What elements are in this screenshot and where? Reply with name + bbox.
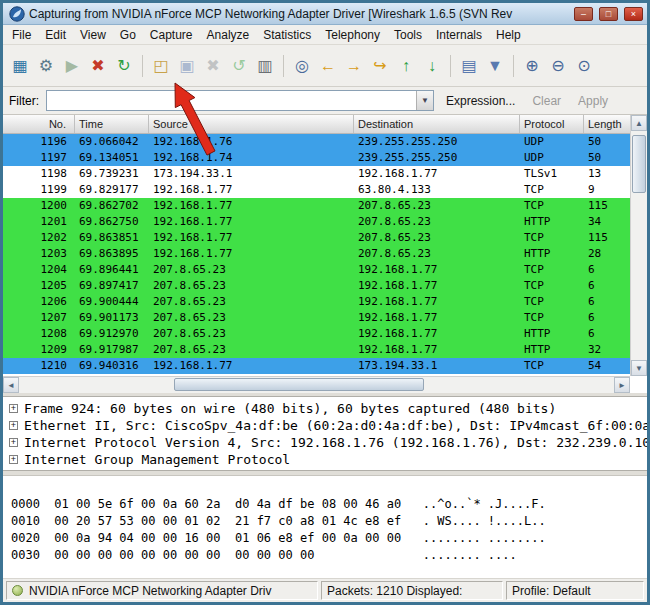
packet-row[interactable]: 120669.900444207.8.65.23192.168.1.77TCP6 [3,294,630,310]
toolbar-separator [142,55,143,77]
detail-line[interactable]: +Internet Protocol Version 4, Src: 192.1… [7,434,647,451]
column-header-protocol[interactable]: Protocol [520,115,584,133]
scroll-up-icon[interactable]: ▲ [631,115,647,131]
packet-row[interactable]: 120369.863895192.168.1.77207.8.65.23HTTP… [3,246,630,262]
maximize-button[interactable]: □ [599,7,618,21]
filter-dropdown-icon[interactable]: ▼ [416,91,433,110]
find-packet-button[interactable]: ◎ [289,53,315,79]
zoom-100-button[interactable]: ⊙ [571,53,597,79]
stop-capture-button[interactable]: ✖ [85,53,111,79]
capture-options-button[interactable]: ⚙ [33,53,59,79]
title-bar[interactable]: Capturing from NVIDIA nForce MCP Network… [3,3,647,25]
detail-line[interactable]: +Frame 924: 60 bytes on wire (480 bits),… [7,400,647,417]
cell-time: 69.134051 [75,150,149,166]
hex-line[interactable]: 0030 00 00 00 00 00 00 00 00 00 00 00 00… [11,547,647,564]
go-to-top-button[interactable]: ↑ [393,53,419,79]
detail-line[interactable]: +Ethernet II, Src: CiscoSpv_4a:df:be (60… [7,417,647,434]
packet-row[interactable]: 119869.739231173.194.33.1192.168.1.77TLS… [3,166,630,182]
column-header-length[interactable]: Length [584,115,630,133]
column-header-time[interactable]: Time [75,115,149,133]
vertical-scroll-thumb[interactable] [632,135,646,193]
menu-tools[interactable]: Tools [387,26,429,44]
clear-button[interactable]: Clear [527,91,566,111]
status-packet-counts: Packets: 1210 Displayed: [321,581,503,600]
expander-icon[interactable]: + [9,421,18,430]
horizontal-scroll-thumb[interactable] [174,378,424,391]
print-button[interactable]: ▥ [252,53,278,79]
cell-source: 173.194.33.1 [149,166,354,182]
status-profile[interactable]: Profile: Default [506,581,644,600]
menu-view[interactable]: View [73,26,113,44]
packet-row[interactable]: 119769.134051192.168.1.74239.255.255.250… [3,150,630,166]
filter-input[interactable] [47,91,416,110]
expression-button[interactable]: Expression... [441,91,520,111]
menu-internals[interactable]: Internals [429,26,489,44]
find-packet-icon: ◎ [295,56,309,75]
status-capture-source[interactable]: NVIDIA nForce MCP Networking Adapter Dri… [6,581,318,600]
packet-row[interactable]: 120269.863851192.168.1.77207.8.65.23TCP1… [3,230,630,246]
hex-line[interactable]: 0020 00 0a 94 04 00 00 16 00 01 06 e8 ef… [11,530,647,547]
expander-icon[interactable]: + [9,404,18,413]
zoom-out-button[interactable]: ⊖ [545,53,571,79]
menu-statistics[interactable]: Statistics [256,26,318,44]
capture-options-icon: ⚙ [39,56,53,75]
packet-row[interactable]: 119969.829177192.168.1.7763.80.4.133TCP9 [3,182,630,198]
hex-line[interactable]: 0010 00 20 57 53 00 00 01 02 21 f7 c0 a8… [11,513,647,530]
go-to-packet-button[interactable]: ↪ [367,53,393,79]
cell-length: 6 [584,294,630,310]
apply-button[interactable]: Apply [573,91,613,111]
menu-analyze[interactable]: Analyze [200,26,257,44]
column-header-destination[interactable]: Destination [354,115,520,133]
packet-row[interactable]: 120469.896441207.8.65.23192.168.1.77TCP6 [3,262,630,278]
cell-destination: 192.168.1.77 [354,342,520,358]
scroll-right-icon[interactable]: ► [614,377,630,393]
hex-line[interactable]: 0000 01 00 5e 6f 00 0a 60 2a d0 4a df be… [11,496,647,513]
packet-row[interactable]: 120769.901173207.8.65.23192.168.1.77TCP6 [3,310,630,326]
packet-row[interactable]: 120569.897417207.8.65.23192.168.1.77TCP6 [3,278,630,294]
status-capture-source-text: NVIDIA nForce MCP Networking Adapter Dri… [29,584,272,598]
packet-row[interactable]: 120169.862750192.168.1.77207.8.65.23HTTP… [3,214,630,230]
close-button[interactable]: × [624,7,643,21]
menu-go[interactable]: Go [113,26,143,44]
packet-row[interactable]: 120069.862702192.168.1.77207.8.65.23TCP1… [3,198,630,214]
cell-protocol: UDP [520,134,584,150]
cell-length: 34 [584,214,630,230]
scroll-down-icon[interactable]: ▼ [631,360,647,376]
zoom-in-button[interactable]: ⊕ [519,53,545,79]
column-header-no[interactable]: No. [3,115,75,133]
go-to-bottom-button[interactable]: ↓ [419,53,445,79]
horizontal-scrollbar[interactable]: ◄ ► [3,376,630,393]
open-file-button[interactable]: ◰ [148,53,174,79]
vertical-scroll-track[interactable] [631,131,647,360]
expander-icon[interactable]: + [9,438,18,447]
cell-length: 13 [584,166,630,182]
go-to-bottom-icon: ↓ [428,57,436,75]
menu-telephony[interactable]: Telephony [318,26,387,44]
packet-row[interactable]: 121069.940316192.168.1.77173.194.33.1TCP… [3,358,630,374]
zoom-100-icon: ⊙ [577,56,590,75]
horizontal-scroll-track[interactable] [19,377,614,393]
vertical-scrollbar[interactable]: ▲ ▼ [630,115,647,376]
packet-row[interactable]: 120869.912970207.8.65.23192.168.1.77HTTP… [3,326,630,342]
colorize-button[interactable]: ▤ [456,53,482,79]
go-forward-button[interactable]: → [341,53,367,79]
packet-rows: 119669.066042192.168.1.76239.255.255.250… [3,134,630,376]
scroll-left-icon[interactable]: ◄ [3,377,19,393]
list-interfaces-button[interactable]: ▦ [7,53,33,79]
detail-line[interactable]: +Internet Group Management Protocol [7,451,647,468]
menu-capture[interactable]: Capture [143,26,200,44]
column-header-source[interactable]: Source [149,115,354,133]
go-back-button[interactable]: ← [315,53,341,79]
auto-scroll-button[interactable]: ▼ [482,53,508,79]
expert-info-icon[interactable] [12,585,23,596]
menu-file[interactable]: File [5,26,38,44]
packet-row[interactable]: 119669.066042192.168.1.76239.255.255.250… [3,134,630,150]
menu-edit[interactable]: Edit [38,26,73,44]
cell-destination: 239.255.255.250 [354,134,520,150]
menu-help[interactable]: Help [489,26,528,44]
minimize-button[interactable]: – [574,7,593,21]
cell-protocol: TCP [520,294,584,310]
restart-capture-button[interactable]: ↻ [111,53,137,79]
packet-row[interactable]: 120969.917987207.8.65.23192.168.1.77HTTP… [3,342,630,358]
expander-icon[interactable]: + [9,455,18,464]
